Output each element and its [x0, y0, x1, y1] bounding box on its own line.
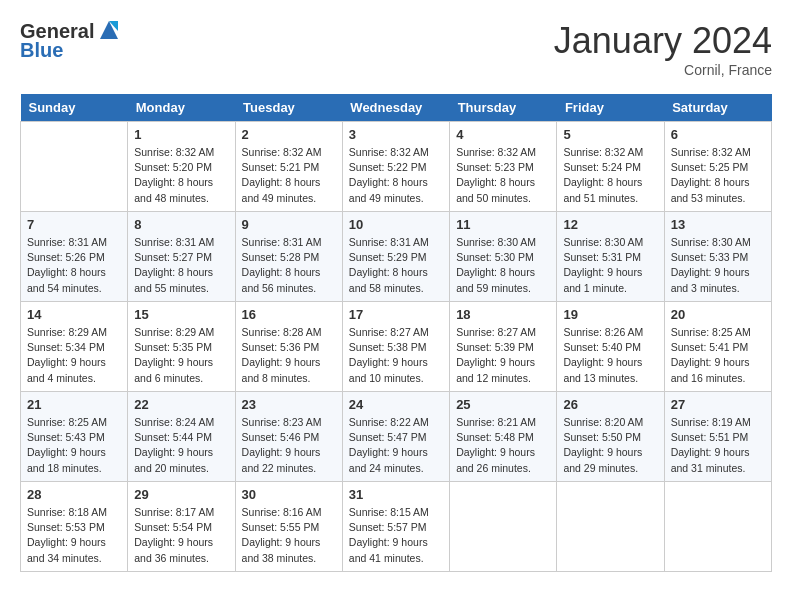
cell-content: Sunrise: 8:29 AM Sunset: 5:34 PM Dayligh…	[27, 325, 121, 386]
daylight: Daylight: 9 hours and 1 minute.	[563, 265, 657, 295]
daylight: Daylight: 8 hours and 51 minutes.	[563, 175, 657, 205]
week-row-1: 1 Sunrise: 8:32 AM Sunset: 5:20 PM Dayli…	[21, 122, 772, 212]
day-number: 24	[349, 397, 443, 412]
daylight: Daylight: 9 hours and 38 minutes.	[242, 535, 336, 565]
cell-content: Sunrise: 8:23 AM Sunset: 5:46 PM Dayligh…	[242, 415, 336, 476]
sunset: Sunset: 5:40 PM	[563, 340, 657, 355]
daylight: Daylight: 8 hours and 49 minutes.	[349, 175, 443, 205]
daylight: Daylight: 9 hours and 20 minutes.	[134, 445, 228, 475]
day-number: 22	[134, 397, 228, 412]
day-cell: 20 Sunrise: 8:25 AM Sunset: 5:41 PM Dayl…	[664, 302, 771, 392]
daylight: Daylight: 8 hours and 49 minutes.	[242, 175, 336, 205]
cell-content: Sunrise: 8:15 AM Sunset: 5:57 PM Dayligh…	[349, 505, 443, 566]
day-cell	[664, 482, 771, 572]
day-number: 19	[563, 307, 657, 322]
daylight: Daylight: 9 hours and 29 minutes.	[563, 445, 657, 475]
day-cell: 28 Sunrise: 8:18 AM Sunset: 5:53 PM Dayl…	[21, 482, 128, 572]
cell-content: Sunrise: 8:31 AM Sunset: 5:29 PM Dayligh…	[349, 235, 443, 296]
day-number: 5	[563, 127, 657, 142]
day-number: 23	[242, 397, 336, 412]
sunset: Sunset: 5:35 PM	[134, 340, 228, 355]
sunrise: Sunrise: 8:31 AM	[242, 235, 336, 250]
week-row-5: 28 Sunrise: 8:18 AM Sunset: 5:53 PM Dayl…	[21, 482, 772, 572]
daylight: Daylight: 8 hours and 54 minutes.	[27, 265, 121, 295]
sunrise: Sunrise: 8:30 AM	[671, 235, 765, 250]
sunrise: Sunrise: 8:22 AM	[349, 415, 443, 430]
cell-content: Sunrise: 8:30 AM Sunset: 5:31 PM Dayligh…	[563, 235, 657, 296]
sunrise: Sunrise: 8:27 AM	[456, 325, 550, 340]
cell-content: Sunrise: 8:32 AM Sunset: 5:21 PM Dayligh…	[242, 145, 336, 206]
day-cell: 13 Sunrise: 8:30 AM Sunset: 5:33 PM Dayl…	[664, 212, 771, 302]
day-number: 25	[456, 397, 550, 412]
sunrise: Sunrise: 8:20 AM	[563, 415, 657, 430]
daylight: Daylight: 9 hours and 22 minutes.	[242, 445, 336, 475]
sunrise: Sunrise: 8:23 AM	[242, 415, 336, 430]
sunrise: Sunrise: 8:31 AM	[349, 235, 443, 250]
daylight: Daylight: 8 hours and 50 minutes.	[456, 175, 550, 205]
day-cell: 15 Sunrise: 8:29 AM Sunset: 5:35 PM Dayl…	[128, 302, 235, 392]
day-number: 1	[134, 127, 228, 142]
day-number: 7	[27, 217, 121, 232]
week-row-3: 14 Sunrise: 8:29 AM Sunset: 5:34 PM Dayl…	[21, 302, 772, 392]
daylight: Daylight: 9 hours and 10 minutes.	[349, 355, 443, 385]
day-cell: 16 Sunrise: 8:28 AM Sunset: 5:36 PM Dayl…	[235, 302, 342, 392]
title-block: January 2024 Cornil, France	[554, 20, 772, 78]
sunrise: Sunrise: 8:32 AM	[134, 145, 228, 160]
logo-icon	[96, 17, 122, 43]
daylight: Daylight: 9 hours and 13 minutes.	[563, 355, 657, 385]
day-number: 15	[134, 307, 228, 322]
day-cell: 19 Sunrise: 8:26 AM Sunset: 5:40 PM Dayl…	[557, 302, 664, 392]
daylight: Daylight: 9 hours and 3 minutes.	[671, 265, 765, 295]
daylight: Daylight: 9 hours and 4 minutes.	[27, 355, 121, 385]
col-header-tuesday: Tuesday	[235, 94, 342, 122]
sunrise: Sunrise: 8:15 AM	[349, 505, 443, 520]
sunset: Sunset: 5:41 PM	[671, 340, 765, 355]
day-cell: 7 Sunrise: 8:31 AM Sunset: 5:26 PM Dayli…	[21, 212, 128, 302]
daylight: Daylight: 9 hours and 26 minutes.	[456, 445, 550, 475]
cell-content: Sunrise: 8:27 AM Sunset: 5:38 PM Dayligh…	[349, 325, 443, 386]
cell-content: Sunrise: 8:22 AM Sunset: 5:47 PM Dayligh…	[349, 415, 443, 476]
day-number: 29	[134, 487, 228, 502]
sunrise: Sunrise: 8:31 AM	[27, 235, 121, 250]
sunrise: Sunrise: 8:26 AM	[563, 325, 657, 340]
sunrise: Sunrise: 8:25 AM	[27, 415, 121, 430]
sunrise: Sunrise: 8:25 AM	[671, 325, 765, 340]
day-cell	[21, 122, 128, 212]
cell-content: Sunrise: 8:25 AM Sunset: 5:43 PM Dayligh…	[27, 415, 121, 476]
cell-content: Sunrise: 8:32 AM Sunset: 5:22 PM Dayligh…	[349, 145, 443, 206]
day-cell: 4 Sunrise: 8:32 AM Sunset: 5:23 PM Dayli…	[450, 122, 557, 212]
page-header: General Blue January 2024 Cornil, France	[20, 20, 772, 78]
day-number: 4	[456, 127, 550, 142]
cell-content: Sunrise: 8:31 AM Sunset: 5:26 PM Dayligh…	[27, 235, 121, 296]
sunrise: Sunrise: 8:32 AM	[242, 145, 336, 160]
sunset: Sunset: 5:50 PM	[563, 430, 657, 445]
day-number: 8	[134, 217, 228, 232]
calendar-table: SundayMondayTuesdayWednesdayThursdayFrid…	[20, 94, 772, 572]
sunset: Sunset: 5:54 PM	[134, 520, 228, 535]
cell-content: Sunrise: 8:19 AM Sunset: 5:51 PM Dayligh…	[671, 415, 765, 476]
sunset: Sunset: 5:57 PM	[349, 520, 443, 535]
daylight: Daylight: 8 hours and 53 minutes.	[671, 175, 765, 205]
day-number: 30	[242, 487, 336, 502]
day-cell	[557, 482, 664, 572]
day-cell: 18 Sunrise: 8:27 AM Sunset: 5:39 PM Dayl…	[450, 302, 557, 392]
week-row-4: 21 Sunrise: 8:25 AM Sunset: 5:43 PM Dayl…	[21, 392, 772, 482]
daylight: Daylight: 9 hours and 18 minutes.	[27, 445, 121, 475]
cell-content: Sunrise: 8:17 AM Sunset: 5:54 PM Dayligh…	[134, 505, 228, 566]
cell-content: Sunrise: 8:32 AM Sunset: 5:25 PM Dayligh…	[671, 145, 765, 206]
sunrise: Sunrise: 8:18 AM	[27, 505, 121, 520]
header-row: SundayMondayTuesdayWednesdayThursdayFrid…	[21, 94, 772, 122]
sunset: Sunset: 5:20 PM	[134, 160, 228, 175]
day-number: 10	[349, 217, 443, 232]
sunset: Sunset: 5:46 PM	[242, 430, 336, 445]
sunrise: Sunrise: 8:31 AM	[134, 235, 228, 250]
daylight: Daylight: 8 hours and 58 minutes.	[349, 265, 443, 295]
day-cell: 31 Sunrise: 8:15 AM Sunset: 5:57 PM Dayl…	[342, 482, 449, 572]
day-cell: 11 Sunrise: 8:30 AM Sunset: 5:30 PM Dayl…	[450, 212, 557, 302]
logo: General Blue	[20, 20, 122, 62]
sunset: Sunset: 5:27 PM	[134, 250, 228, 265]
day-cell: 3 Sunrise: 8:32 AM Sunset: 5:22 PM Dayli…	[342, 122, 449, 212]
sunrise: Sunrise: 8:29 AM	[27, 325, 121, 340]
daylight: Daylight: 9 hours and 31 minutes.	[671, 445, 765, 475]
sunset: Sunset: 5:51 PM	[671, 430, 765, 445]
